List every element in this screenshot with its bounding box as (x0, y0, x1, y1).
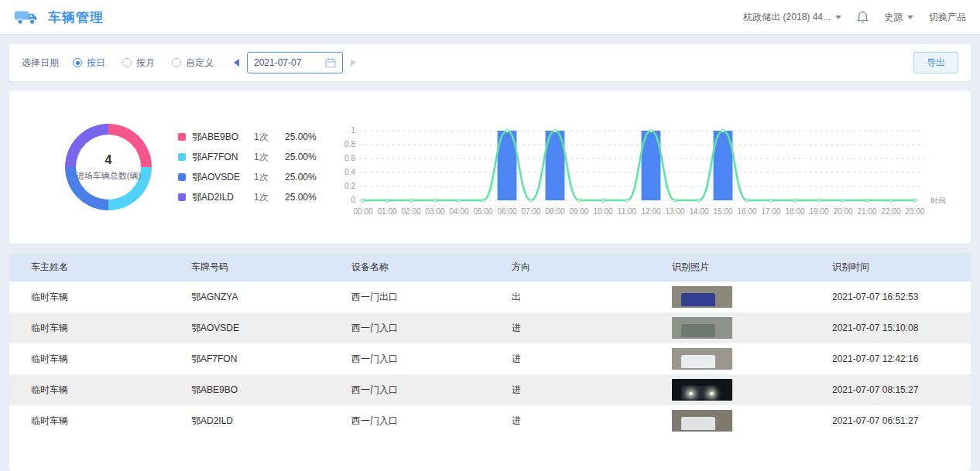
svg-text:0.2: 0.2 (344, 182, 355, 190)
svg-text:11:00: 11:00 (618, 207, 637, 216)
account-name: 杭政储出 (2018) 44... (743, 11, 831, 24)
date-picker-input[interactable]: 2021-07-07 (247, 52, 343, 73)
statistics-panel: 4 进场车辆总数(辆) 鄂ABE9BO1次25.00%鄂AF7FON1次25.0… (9, 90, 971, 244)
svg-text:15:00: 15:00 (713, 207, 732, 216)
chevron-down-icon (907, 15, 913, 19)
legend-item: 鄂ABE9BO1次25.00% (178, 131, 317, 144)
svg-text:05:00: 05:00 (473, 207, 492, 216)
date-value: 2021-07-07 (254, 57, 301, 68)
cell-plate: 鄂ABE9BO (170, 374, 330, 405)
cell-direction: 进 (490, 343, 650, 374)
radio-label: 按日 (87, 56, 105, 70)
recognition-photo[interactable] (672, 317, 732, 339)
recognition-photo[interactable] (672, 348, 732, 370)
export-button[interactable]: 导出 (913, 52, 958, 73)
svg-text:10:00: 10:00 (593, 207, 612, 216)
svg-text:12:00: 12:00 (641, 207, 660, 216)
col-photo: 识别照片 (650, 253, 810, 282)
vehicle-silhouette (681, 324, 715, 337)
cell-plate: 鄂AF7FON (170, 343, 330, 374)
date-filter-label: 选择日期 (22, 56, 59, 70)
svg-text:0.8: 0.8 (344, 140, 355, 148)
table-row: 临时车辆鄂AD2ILD西一门入口进2021-07-07 06:51:27 (9, 405, 971, 436)
legend-item: 鄂AOVSDE1次25.00% (178, 171, 317, 184)
svg-text:06:00: 06:00 (497, 207, 516, 216)
cell-photo (650, 405, 810, 436)
next-date-arrow[interactable] (351, 59, 356, 67)
recognition-table-card: 车主姓名车牌号码设备名称方向识别照片识别时间 临时车辆鄂AGNZYA西一门出口出… (9, 253, 971, 471)
chevron-down-icon (835, 15, 841, 19)
svg-text:22:00: 22:00 (881, 207, 900, 216)
radio-by-month[interactable]: 按月 (122, 56, 155, 70)
user-dropdown[interactable]: 史源 (884, 11, 913, 24)
svg-text:14:00: 14:00 (689, 207, 708, 216)
legend-plate-label: 鄂AF7FON (192, 151, 254, 164)
svg-text:01:00: 01:00 (377, 207, 396, 216)
legend-count: 1次 (254, 151, 285, 164)
vehicle-silhouette (681, 355, 715, 368)
user-name: 史源 (884, 11, 903, 24)
app-header: 车辆管理 杭政储出 (2018) 44... 史源 切换产品 (0, 0, 980, 35)
legend-percent: 25.00% (285, 172, 317, 183)
legend-percent: 25.00% (285, 152, 317, 162)
radio-by-day[interactable]: 按日 (73, 56, 105, 70)
radio-custom[interactable]: 自定义 (172, 56, 214, 70)
legend-color-marker (178, 193, 186, 201)
date-filter-bar: 选择日期 按日按月自定义 2021-07-07 导出 (9, 44, 971, 81)
svg-text:0.6: 0.6 (344, 154, 355, 162)
svg-text:16:00: 16:00 (737, 207, 756, 216)
cell-owner: 临时车辆 (9, 405, 170, 436)
legend-plate-label: 鄂AOVSDE (192, 171, 254, 184)
cell-time: 2021-07-07 15:10:08 (810, 312, 971, 343)
radio-dot-icon (73, 58, 82, 67)
svg-text:20:00: 20:00 (833, 207, 852, 216)
recognition-photo[interactable] (672, 286, 732, 308)
table-row: 临时车辆鄂AOVSDE西一门入口进2021-07-07 15:10:08 (9, 312, 971, 343)
recognition-photo[interactable] (672, 379, 732, 401)
notification-bell-button[interactable] (857, 11, 869, 24)
account-dropdown[interactable]: 杭政储出 (2018) 44... (743, 11, 841, 24)
cell-time: 2021-07-07 12:42:16 (810, 343, 971, 374)
total-vehicle-label: 进场车辆总数(辆) (76, 170, 141, 182)
svg-text:13:00: 13:00 (665, 207, 684, 216)
legend-color-marker (178, 173, 186, 181)
legend-count: 1次 (254, 191, 285, 204)
legend-count: 1次 (254, 171, 285, 184)
cell-device: 西一门入口 (330, 405, 490, 436)
cell-direction: 进 (490, 405, 650, 436)
cell-photo (650, 374, 810, 405)
cell-photo (650, 343, 810, 374)
switch-product-link[interactable]: 切换产品 (929, 11, 966, 24)
svg-text:0: 0 (351, 196, 355, 204)
truck-logo-icon (14, 7, 39, 27)
legend-color-marker (178, 153, 186, 161)
cell-owner: 临时车辆 (9, 282, 170, 312)
cell-owner: 临时车辆 (9, 343, 170, 374)
radio-label: 按月 (136, 56, 155, 70)
radio-label: 自定义 (186, 56, 214, 70)
svg-text:23:00: 23:00 (905, 207, 924, 216)
recognition-photo[interactable] (672, 410, 732, 432)
table-row: 临时车辆鄂AGNZYA西一门出口出2021-07-07 16:52:53 (9, 282, 971, 312)
col-owner: 车主姓名 (9, 253, 170, 282)
col-device: 设备名称 (330, 253, 490, 282)
cell-photo (650, 282, 810, 312)
headlight-glow (689, 392, 693, 395)
radio-dot-icon (122, 58, 132, 67)
date-mode-radio-group: 按日按月自定义 (73, 56, 214, 70)
calendar-icon (325, 57, 336, 68)
cell-direction: 进 (490, 312, 650, 343)
recognition-table: 车主姓名车牌号码设备名称方向识别照片识别时间 临时车辆鄂AGNZYA西一门出口出… (9, 253, 971, 436)
svg-text:03:00: 03:00 (425, 207, 444, 216)
cell-time: 2021-07-07 16:52:53 (810, 282, 971, 312)
prev-date-arrow[interactable] (234, 59, 239, 67)
headlight-glow (710, 392, 714, 395)
svg-text:04:00: 04:00 (449, 207, 468, 216)
cell-photo (650, 312, 810, 343)
svg-text:0.4: 0.4 (344, 168, 355, 176)
page-title: 车辆管理 (48, 9, 104, 26)
cell-plate: 鄂AGNZYA (170, 282, 330, 312)
cell-owner: 临时车辆 (9, 312, 170, 343)
cell-device: 西一门入口 (330, 312, 490, 343)
svg-text:1: 1 (351, 126, 355, 135)
